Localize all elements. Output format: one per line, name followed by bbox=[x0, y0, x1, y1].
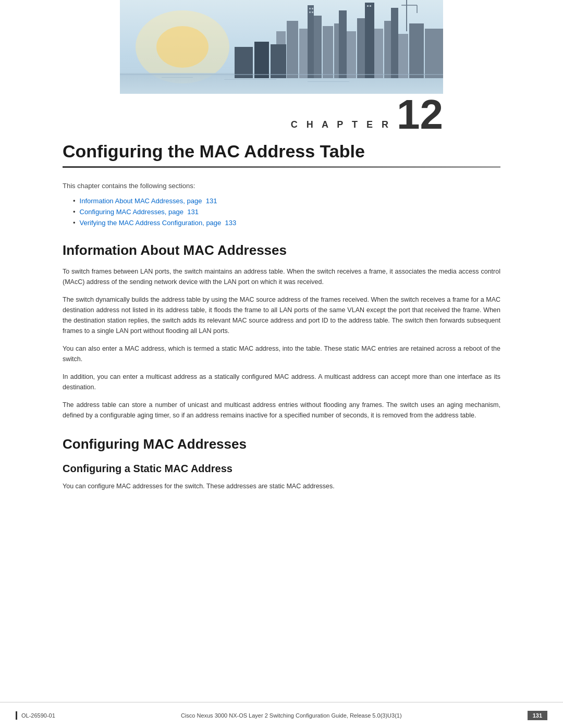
body-paragraph-3: You can also enter a MAC address, which … bbox=[63, 343, 500, 364]
body-paragraph-2: The switch dynamically builds the addres… bbox=[63, 294, 500, 336]
footer-page-number: 131 bbox=[528, 711, 547, 720]
svg-rect-19 bbox=[365, 3, 374, 78]
sub-paragraph: You can configure MAC addresses for the … bbox=[63, 481, 500, 491]
toc-item-1: Information About MAC Addresses, page 13… bbox=[73, 197, 500, 205]
svg-rect-33 bbox=[308, 81, 349, 82]
footer-left: OL-26590-01 bbox=[16, 711, 55, 720]
svg-rect-18 bbox=[339, 10, 347, 78]
svg-rect-31 bbox=[162, 77, 193, 78]
svg-rect-29 bbox=[271, 44, 286, 78]
body-paragraph-4: In addition, you can enter a multicast a… bbox=[63, 372, 500, 392]
body-paragraph-5: The address table can store a number of … bbox=[63, 400, 500, 421]
svg-rect-28 bbox=[254, 42, 269, 78]
page-footer: OL-26590-01 Cisco Nexus 3000 NX-OS Layer… bbox=[0, 702, 563, 728]
footer-center: Cisco Nexus 3000 NX-OS Layer 2 Switching… bbox=[181, 712, 402, 719]
svg-rect-16 bbox=[425, 29, 443, 78]
toc-link-1[interactable]: Information About MAC Addresses, page 13… bbox=[80, 197, 217, 205]
footer-bar-decoration bbox=[16, 711, 17, 720]
sub-section-heading-static: Configuring a Static MAC Address bbox=[63, 463, 500, 475]
chapter-title: Configuring the MAC Address Table bbox=[63, 141, 500, 162]
svg-rect-23 bbox=[309, 11, 311, 13]
section-heading-information: Information About MAC Addresses bbox=[63, 242, 500, 258]
title-divider bbox=[63, 166, 500, 168]
svg-rect-21 bbox=[309, 8, 311, 9]
toc-item-3: Verifying the MAC Address Configuration,… bbox=[73, 219, 500, 227]
svg-rect-5 bbox=[287, 21, 298, 78]
svg-point-2 bbox=[156, 26, 209, 68]
svg-rect-26 bbox=[370, 5, 371, 7]
toc-list: Information About MAC Addresses, page 13… bbox=[63, 197, 500, 227]
svg-rect-24 bbox=[312, 11, 313, 13]
svg-rect-27 bbox=[235, 47, 253, 78]
chapter-word: C H A P T E R bbox=[291, 119, 391, 130]
svg-rect-20 bbox=[391, 8, 398, 78]
intro-text: This chapter contains the following sect… bbox=[63, 181, 500, 191]
page-container: C H A P T E R 12 Configuring the MAC Add… bbox=[0, 0, 563, 728]
toc-link-3[interactable]: Verifying the MAC Address Configuration,… bbox=[80, 219, 237, 227]
chapter-header: C H A P T E R 12 bbox=[0, 0, 563, 135]
toc-link-2[interactable]: Configuring MAC Addresses, page 131 bbox=[80, 208, 199, 216]
body-paragraph-1: To switch frames between LAN ports, the … bbox=[63, 266, 500, 287]
svg-rect-22 bbox=[312, 8, 313, 9]
content-area: Configuring the MAC Address Table This c… bbox=[0, 141, 563, 491]
svg-rect-12 bbox=[374, 29, 383, 78]
chapter-number: 12 bbox=[397, 94, 443, 135]
chapter-label-number: C H A P T E R 12 bbox=[120, 94, 443, 135]
svg-rect-14 bbox=[398, 34, 408, 78]
chapter-label-row: C H A P T E R 12 bbox=[120, 94, 443, 135]
svg-rect-6 bbox=[299, 29, 308, 78]
header-image bbox=[120, 0, 443, 94]
section-heading-configuring: Configuring MAC Addresses bbox=[63, 436, 500, 452]
footer-left-label: OL-26590-01 bbox=[21, 712, 55, 719]
svg-rect-17 bbox=[308, 5, 314, 78]
svg-rect-32 bbox=[224, 79, 276, 80]
svg-rect-8 bbox=[323, 26, 333, 78]
svg-rect-30 bbox=[120, 74, 443, 75]
svg-rect-25 bbox=[367, 5, 369, 7]
toc-item-2: Configuring MAC Addresses, page 131 bbox=[73, 208, 500, 216]
svg-rect-15 bbox=[409, 23, 424, 78]
